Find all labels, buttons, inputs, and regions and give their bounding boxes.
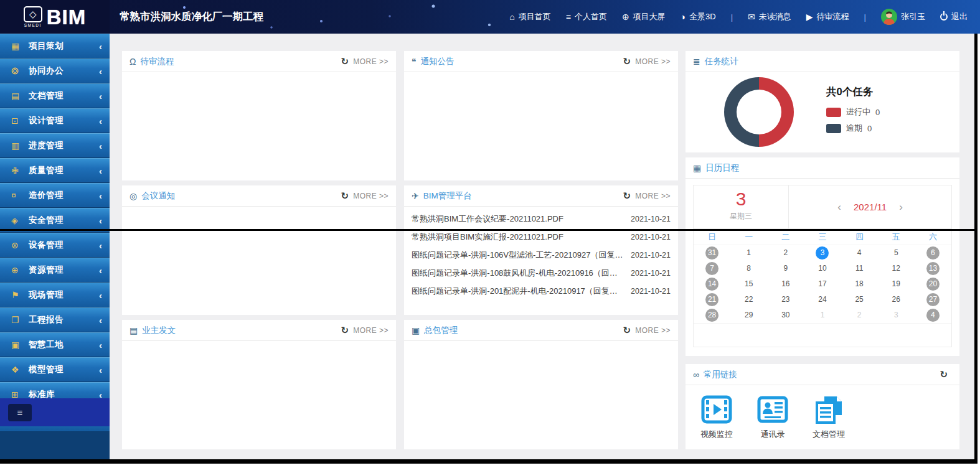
calendar-agenda-empty xyxy=(694,323,951,347)
calendar-day-cell[interactable]: 26 xyxy=(878,292,915,307)
more-link[interactable]: MORE >> xyxy=(353,326,389,335)
sidebar-item-项目策划[interactable]: ▦项目策划‹ xyxy=(0,34,110,58)
quick-link-contacts[interactable]: 通讯录 xyxy=(753,394,793,440)
messages-icon: ✉ xyxy=(748,12,755,21)
refresh-icon[interactable]: ↻ xyxy=(623,325,631,335)
quick-link-video-monitor[interactable]: 视频监控 xyxy=(697,394,737,440)
document-row[interactable]: 常熟洪洞项目BIM实施汇报-20211021.PDF2021-10-21 xyxy=(404,228,678,246)
logout-button[interactable]: 退出 xyxy=(940,11,968,22)
chevron-collapse-icon: ‹ xyxy=(99,340,102,350)
document-row[interactable]: 图纸问题记录单-洪洞-201配泥井-机电-20210917（回复）.DOC202… xyxy=(404,282,678,300)
document-row[interactable]: 图纸问题记录单-洪洞-108鼓风机房-机电-20210916（回复）.DOC20… xyxy=(404,264,678,282)
refresh-icon[interactable]: ↻ xyxy=(341,191,349,200)
refresh-icon[interactable]: ↻ xyxy=(341,57,349,66)
sidebar-item-进度管理[interactable]: ▥进度管理‹ xyxy=(0,133,110,158)
calendar-day-cell[interactable]: 24 xyxy=(804,292,841,307)
calendar-day-cell[interactable]: 4 xyxy=(841,245,878,261)
calendar-dow-label: 四 xyxy=(841,229,878,245)
sidebar-collapse-button[interactable]: ≡ xyxy=(8,404,32,421)
calendar-day-cell[interactable]: 21 xyxy=(694,292,730,307)
calendar-day-cell[interactable]: 1 xyxy=(804,307,841,323)
panorama-3d-icon: ◑ xyxy=(681,12,686,21)
frame-line-bottom xyxy=(0,459,978,464)
more-link[interactable]: MORE >> xyxy=(635,192,671,200)
more-link[interactable]: MORE >> xyxy=(635,326,671,335)
calendar-day-cell[interactable]: 14 xyxy=(694,276,730,292)
refresh-icon[interactable]: ↻ xyxy=(341,325,349,335)
nav-item-pending-flows[interactable]: ▶ 待审流程 xyxy=(806,11,849,22)
document-management-icon: ▤ xyxy=(11,91,26,101)
calendar-day-cell[interactable]: 27 xyxy=(915,292,951,307)
sidebar-item-文档管理[interactable]: ▤文档管理‹ xyxy=(0,83,110,108)
nav-item-project-home[interactable]: ⌂ 项目首页 xyxy=(509,11,550,22)
document-row[interactable]: 图纸问题记录单-洪洞-106V型滤池-工艺-20210927（回复）.DOC20… xyxy=(404,246,678,264)
refresh-icon[interactable]: ↻ xyxy=(940,370,948,379)
nav-item-personal-home[interactable]: ≡ 个人首页 xyxy=(566,11,607,22)
calendar-day-cell[interactable]: 6 xyxy=(915,245,951,261)
panel-header: ≣ 任务统计 xyxy=(686,51,959,72)
calendar-day-cell[interactable]: 2 xyxy=(767,245,804,261)
calendar-day-cell[interactable]: 4 xyxy=(915,307,951,323)
sidebar-item-工程报告[interactable]: ❐工程报告‹ xyxy=(0,307,110,332)
quick-link-documents[interactable]: 文档管理 xyxy=(809,394,849,440)
calendar-day-cell[interactable]: 20 xyxy=(915,276,951,292)
sidebar-item-协同办公[interactable]: ❂协同办公‹ xyxy=(0,58,110,83)
calendar-day-cell[interactable]: 15 xyxy=(730,276,767,292)
calendar-day-cell[interactable]: 23 xyxy=(767,292,804,307)
calendar-day-cell[interactable]: 19 xyxy=(878,276,915,292)
calendar-day-cell[interactable]: 3 xyxy=(878,307,915,323)
refresh-icon[interactable]: ↻ xyxy=(623,191,631,200)
calendar-day-cell[interactable]: 12 xyxy=(878,261,915,276)
sidebar-item-现场管理[interactable]: ⚑现场管理‹ xyxy=(0,283,110,307)
calendar-day-cell[interactable]: 28 xyxy=(694,307,730,323)
calendar-day-cell[interactable]: 5 xyxy=(878,245,915,261)
nav-item-project-screen[interactable]: ⊕ 项目大屏 xyxy=(622,11,666,22)
sidebar-item-智慧工地[interactable]: ▣智慧工地‹ xyxy=(0,332,110,357)
calendar-day-cell[interactable]: 30 xyxy=(767,307,804,323)
panel-header: ◎ 会议通知 ↻ MORE >> xyxy=(122,185,396,207)
sidebar-item-设计管理[interactable]: ⊡设计管理‹ xyxy=(0,108,110,133)
calendar-day-cell[interactable]: 11 xyxy=(841,261,878,276)
more-link[interactable]: MORE >> xyxy=(353,192,389,200)
sidebar-item-质量管理[interactable]: ✙质量管理‹ xyxy=(0,158,110,183)
panel-title: 会议通知 xyxy=(141,190,175,202)
nav-item-unread-messages[interactable]: ✉ 未读消息 xyxy=(748,11,791,22)
user-menu[interactable]: 张引玉 xyxy=(881,9,925,25)
panel-title: 通知公告 xyxy=(421,56,455,67)
calendar-day-cell[interactable]: 10 xyxy=(804,261,841,276)
send-icon: ✈ xyxy=(412,192,419,200)
calendar-day-cell[interactable]: 13 xyxy=(915,261,951,276)
calendar-day-number: 15 xyxy=(742,278,755,291)
calendar-day-cell[interactable]: 17 xyxy=(804,276,841,292)
more-link[interactable]: MORE >> xyxy=(635,57,671,66)
calendar-day-cell[interactable]: 3 xyxy=(804,245,841,261)
calendar-day-cell[interactable]: 18 xyxy=(841,276,878,292)
equipment-management-icon: ⊛ xyxy=(11,240,26,250)
calendar-day-cell[interactable]: 2 xyxy=(841,307,878,323)
sidebar-item-造价管理[interactable]: ¤造价管理‹ xyxy=(0,183,110,208)
calendar-day-number: 12 xyxy=(890,262,903,275)
nav-item-panorama-3d[interactable]: ◑ 全景3D xyxy=(681,11,716,22)
calendar-day-cell[interactable]: 29 xyxy=(730,307,767,323)
calendar-day-number: 22 xyxy=(742,293,755,306)
sidebar-item-模型管理[interactable]: ❖模型管理‹ xyxy=(0,357,110,382)
calendar-day-cell[interactable]: 31 xyxy=(694,245,730,261)
panel-header: ▤ 业主发文 ↻ MORE >> xyxy=(122,320,396,341)
calendar-day-cell[interactable]: 9 xyxy=(767,261,804,276)
sidebar-item-资源管理[interactable]: ⊕资源管理‹ xyxy=(0,258,110,283)
more-link[interactable]: MORE >> xyxy=(353,57,389,66)
calendar-day-cell[interactable]: 8 xyxy=(730,261,767,276)
calendar-day-cell[interactable]: 22 xyxy=(730,292,767,307)
refresh-icon[interactable]: ↻ xyxy=(623,57,631,66)
sidebar-item-设备管理[interactable]: ⊛设备管理‹ xyxy=(0,233,110,258)
calendar-day-cell[interactable]: 25 xyxy=(841,292,878,307)
sidebar-item-安全管理[interactable]: ◈安全管理‹ xyxy=(0,208,110,233)
calendar-day-cell[interactable]: 16 xyxy=(767,276,804,292)
next-month-icon[interactable]: › xyxy=(899,202,903,212)
calendar-day-cell[interactable]: 1 xyxy=(730,245,767,261)
app-logo[interactable]: ◇ SMEDI BIM xyxy=(0,0,110,34)
prev-month-icon[interactable]: ‹ xyxy=(837,202,841,212)
calendar-day-cell[interactable]: 7 xyxy=(694,261,730,276)
document-row[interactable]: 常熟洪洞BIM工作会议纪要-20211021.PDF2021-10-21 xyxy=(404,210,678,228)
calendar-day-number: 2 xyxy=(853,309,866,322)
